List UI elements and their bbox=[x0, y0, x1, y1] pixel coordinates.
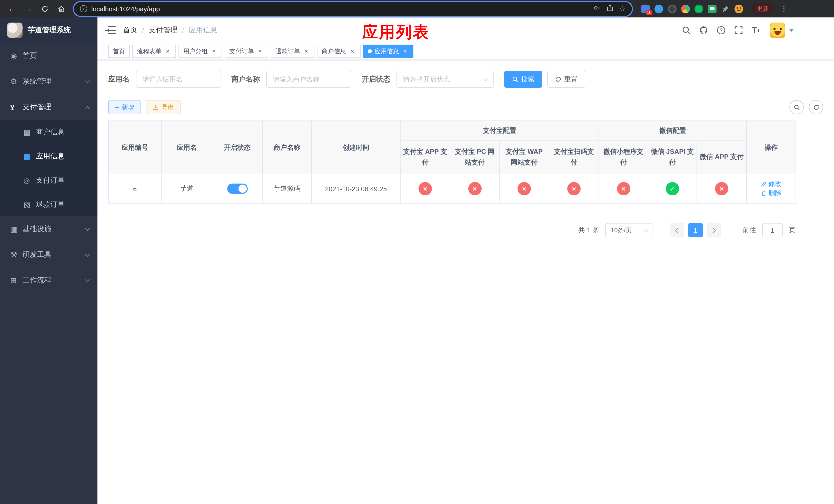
next-page-button[interactable] bbox=[707, 223, 721, 237]
tab-pay-order[interactable]: 支付订单 × bbox=[225, 45, 268, 58]
sidebar-collapse-icon[interactable] bbox=[105, 26, 116, 35]
tab-process-form[interactable]: 流程表单 × bbox=[132, 45, 176, 58]
github-icon[interactable] bbox=[696, 23, 711, 38]
extension-face-icon[interactable] bbox=[734, 4, 743, 13]
home-icon[interactable] bbox=[54, 2, 68, 15]
help-question-icon[interactable]: ? bbox=[714, 23, 729, 38]
col-wechat-app: 微信 APP 支付 bbox=[697, 140, 747, 174]
cell-alipay-pc: × bbox=[450, 174, 499, 203]
password-key-icon[interactable] bbox=[593, 4, 601, 14]
sidebar-item-pay-order[interactable]: ◎ 支付订单 bbox=[0, 168, 97, 192]
top-navbar: 首页 / 支付管理 / 应用信息 应用列表 ? bbox=[97, 18, 834, 43]
refresh-button[interactable] bbox=[809, 100, 823, 114]
chrome-update-button[interactable]: 更新 bbox=[751, 3, 774, 14]
extension-grid-icon[interactable]: 10 bbox=[641, 4, 650, 13]
col-alipay-pc: 支付宝 PC 网站支付 bbox=[450, 140, 499, 174]
yen-icon: ¥ bbox=[10, 103, 23, 112]
close-icon[interactable]: × bbox=[402, 48, 409, 55]
chevron-down-icon bbox=[643, 227, 649, 232]
browser-toolbar: ← → i localhost:1024/pay/app ☆ 10 bbox=[0, 0, 834, 18]
extension-dark-icon[interactable] bbox=[668, 4, 677, 13]
address-bar[interactable]: i localhost:1024/pay/app ☆ bbox=[74, 2, 632, 16]
sidebar-item-devtools[interactable]: ⚒ 研发工具 bbox=[0, 242, 97, 268]
page-number-1[interactable]: 1 bbox=[688, 223, 703, 237]
app-name-input[interactable] bbox=[136, 71, 221, 88]
goto-page-input[interactable] bbox=[762, 223, 783, 237]
status-select-placeholder: 请选择开启状态 bbox=[403, 75, 450, 84]
cell-created: 2021-10-23 08:49:25 bbox=[312, 174, 400, 203]
status-select[interactable]: 请选择开启状态 bbox=[396, 71, 494, 88]
fullscreen-icon[interactable] bbox=[731, 23, 746, 38]
extension-wechat-icon[interactable] bbox=[695, 4, 703, 13]
search-button[interactable]: 搜索 bbox=[504, 71, 542, 88]
breadcrumb-current: 应用信息 bbox=[189, 26, 218, 35]
search-icon[interactable] bbox=[679, 23, 694, 38]
close-icon[interactable]: × bbox=[303, 48, 310, 55]
sidebar-item-label: 退款订单 bbox=[36, 200, 65, 209]
close-icon[interactable]: × bbox=[257, 48, 264, 55]
close-icon[interactable]: × bbox=[349, 48, 356, 55]
sidebar-item-refund-order[interactable]: ▧ 退款订单 bbox=[0, 192, 97, 216]
tab-refund-order[interactable]: 退款订单 × bbox=[271, 45, 314, 58]
sidebar-item-workflow[interactable]: ⊞ 工作流程 bbox=[0, 268, 97, 293]
extension-droplet-icon[interactable] bbox=[655, 4, 663, 13]
col-alipay-qr: 支付宝扫码支付 bbox=[549, 140, 599, 174]
bookmark-star-icon[interactable]: ☆ bbox=[619, 4, 626, 13]
breadcrumb-home[interactable]: 首页 bbox=[123, 26, 137, 35]
sidebar-item-infra[interactable]: ▥ 基础设施 bbox=[0, 216, 97, 242]
col-group-alipay: 支付宝配置 bbox=[400, 121, 599, 140]
extension-colorful-icon[interactable] bbox=[681, 4, 690, 13]
edit-link[interactable]: 修改 bbox=[761, 180, 782, 189]
page-size-select[interactable]: 10条/页 bbox=[605, 223, 653, 237]
sidebar-item-label: 应用信息 bbox=[36, 152, 65, 161]
sidebar-item-home[interactable]: ◉ 首页 bbox=[0, 43, 97, 69]
col-wechat-mini: 微信小程序支付 bbox=[599, 140, 648, 174]
user-avatar-dropdown[interactable] bbox=[770, 23, 794, 38]
url-text[interactable]: localhost:1024/pay/app bbox=[91, 5, 589, 13]
chevron-down-icon bbox=[85, 251, 90, 257]
export-button[interactable]: 导出 bbox=[146, 100, 180, 114]
extensions-area: 10 bbox=[641, 4, 743, 13]
browser-menu-kebab-icon[interactable]: ⋮ bbox=[778, 4, 790, 13]
extension-chat-icon[interactable] bbox=[708, 4, 717, 13]
tab-label: 商户信息 bbox=[322, 47, 346, 55]
app-logo-row[interactable]: 芋道管理系统 bbox=[0, 18, 97, 43]
breadcrumb-payment[interactable]: 支付管理 bbox=[149, 26, 177, 35]
toggle-search-button[interactable] bbox=[789, 100, 804, 114]
chevron-down-icon bbox=[85, 78, 90, 83]
sidebar-item-app-info[interactable]: ▦ 应用信息 bbox=[0, 144, 97, 168]
close-icon[interactable]: × bbox=[164, 48, 171, 55]
reload-icon[interactable] bbox=[38, 2, 51, 15]
sidebar-item-system[interactable]: ⚙ 系统管理 bbox=[0, 69, 97, 94]
delete-link[interactable]: 删除 bbox=[761, 189, 782, 198]
sidebar-item-label: 首页 bbox=[23, 51, 89, 61]
sidebar-item-label: 工作流程 bbox=[23, 276, 86, 285]
tab-app-info[interactable]: 应用信息 × bbox=[363, 45, 413, 58]
cell-status bbox=[212, 174, 262, 203]
share-icon[interactable] bbox=[606, 4, 614, 14]
reset-button[interactable]: 重置 bbox=[547, 71, 585, 88]
col-alipay-wap: 支付宝 WAP 网站支付 bbox=[499, 140, 549, 174]
sidebar-item-payment[interactable]: ¥ 支付管理 bbox=[0, 94, 97, 120]
tab-home[interactable]: 首页 bbox=[108, 45, 130, 58]
merchant-name-input[interactable] bbox=[266, 71, 351, 88]
page-unit-label: 页 bbox=[789, 226, 795, 235]
close-icon[interactable]: × bbox=[210, 48, 218, 55]
pinned-extension-pin-icon[interactable] bbox=[721, 4, 730, 13]
tab-user-group[interactable]: 用户分组 × bbox=[178, 45, 222, 58]
caret-down-icon bbox=[789, 29, 794, 35]
config-state-icon: × bbox=[567, 182, 580, 196]
tab-label: 首页 bbox=[113, 47, 125, 55]
prev-page-button[interactable] bbox=[670, 223, 684, 237]
sidebar-item-label: 系统管理 bbox=[23, 77, 86, 86]
sidebar-item-merchant-info[interactable]: ▤ 商户信息 bbox=[0, 120, 97, 144]
tab-merchant-info[interactable]: 商户信息 × bbox=[317, 45, 360, 58]
forward-icon[interactable]: → bbox=[22, 2, 35, 15]
font-size-icon[interactable]: TT bbox=[748, 23, 764, 38]
add-button[interactable]: + 新增 bbox=[108, 100, 140, 114]
avatar bbox=[770, 23, 785, 38]
tab-label: 支付订单 bbox=[229, 47, 254, 55]
status-toggle[interactable] bbox=[227, 184, 247, 194]
site-info-icon[interactable]: i bbox=[80, 5, 87, 12]
back-icon[interactable]: ← bbox=[5, 2, 19, 15]
